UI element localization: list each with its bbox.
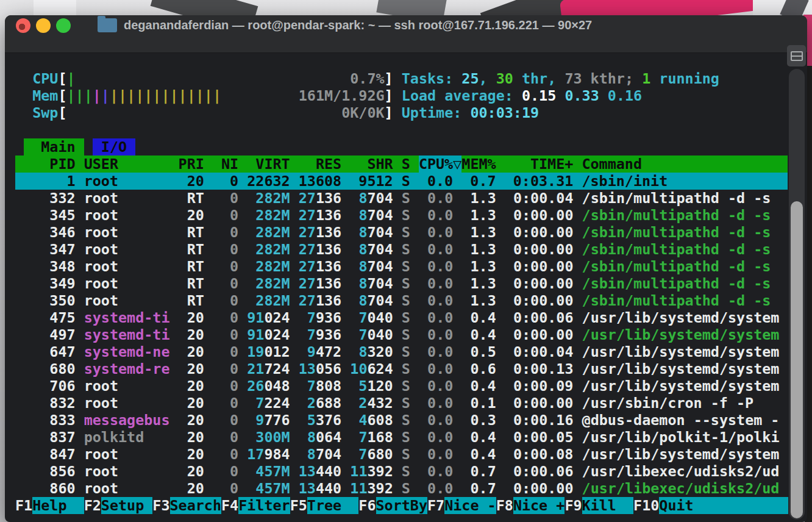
text-run: 0 <box>213 275 247 292</box>
text-run: , <box>479 70 496 87</box>
text-run: 27 <box>299 224 316 241</box>
swap-meter-label: Swp <box>32 104 58 121</box>
table-header[interactable]: PID USER PRI NI VIRT RES SHR S CPU%▽MEM%… <box>15 156 807 173</box>
text-run: S <box>393 377 419 395</box>
fkey-f9[interactable]: F9 <box>564 497 582 514</box>
fkey-f6-label[interactable]: SortBy <box>376 497 428 514</box>
text-run: 20 <box>179 360 213 377</box>
fkey-f3[interactable]: F3 <box>152 497 169 514</box>
text-run: /usr/lib/systemd/system <box>582 343 780 360</box>
fkey-f7-label[interactable]: Nice - <box>444 497 496 514</box>
text-run: 040 <box>367 326 393 343</box>
fkey-f3-label[interactable]: Search <box>170 497 222 514</box>
fkey-f8-label[interactable]: Nice + <box>513 497 565 514</box>
text-run: 0.5 <box>461 343 504 360</box>
mem-bar-cache: ||||||||||||| <box>110 87 221 104</box>
text-run: 11 <box>350 480 367 497</box>
text-run: 320 <box>367 343 393 360</box>
process-row-475[interactable]: 475 systemd-ti 20 0 91024 7936 7040 S 0.… <box>15 309 807 326</box>
process-row-647[interactable]: 647 systemd-ne 20 0 19012 9472 8320 S 0.… <box>15 343 807 360</box>
text-run: 26 <box>247 377 264 395</box>
text-run: 8 <box>358 190 367 207</box>
process-row-680[interactable]: 680 systemd-re 20 0 21724 13056 10624 S … <box>15 360 807 377</box>
process-row-346[interactable]: 346 root RT 0 282M 27136 8704 S 0.0 1.3 … <box>15 224 807 241</box>
process-row-332[interactable]: 332 root RT 0 282M 27136 8704 S 0.0 1.3 … <box>15 190 807 207</box>
text-run: 064 <box>316 429 358 446</box>
fkey-f7[interactable]: F7 <box>427 497 444 514</box>
text-run: /sbin/multipathd -d -s <box>582 224 771 241</box>
close-button[interactable] <box>16 18 30 33</box>
text-run: 8 <box>358 275 367 292</box>
text-run: 0.0 <box>419 190 461 207</box>
text-run: 136 <box>316 258 358 275</box>
text-run: systemd-ti <box>84 326 179 343</box>
mem-meter-line: Mem[|||||||||||||||||| 161M/1.92G] Load … <box>15 87 807 104</box>
header-columns-left[interactable]: PID USER PRI NI VIRT RES SHR S <box>15 156 419 173</box>
tab-io[interactable]: I/O <box>93 138 135 156</box>
text-run: 345 root 20 <box>15 207 213 224</box>
fkey-f1-label[interactable]: Help <box>32 497 84 514</box>
process-row-847[interactable]: 847 root 20 0 17984 8704 7680 S 0.0 0.4 … <box>15 446 807 463</box>
text-run: 847 root 20 <box>15 446 213 463</box>
split-pane-button[interactable] <box>787 45 806 66</box>
process-row-350[interactable]: 350 root RT 0 282M 27136 8704 S 0.0 1.3 … <box>15 292 807 309</box>
text-run: 624 <box>367 360 393 377</box>
text-run: 0.7 <box>461 463 504 480</box>
scrollbar-thumb[interactable] <box>791 201 803 518</box>
process-row-347[interactable]: 347 root RT 0 282M 27136 8704 S 0.0 1.3 … <box>15 241 807 258</box>
load-5min: 0.33 <box>564 87 599 104</box>
process-row-860[interactable]: 860 root 20 0 457M 13440 11392 S 0.0 0.7… <box>15 480 807 497</box>
text-run: S <box>393 207 419 224</box>
process-row-348[interactable]: 348 root RT 0 282M 27136 8704 S 0.0 1.3 … <box>15 258 807 275</box>
fkey-f10[interactable]: F10 <box>633 497 659 514</box>
text-run: S <box>393 446 419 463</box>
text-run: /usr/lib/systemd/system <box>582 360 780 377</box>
fkey-f1[interactable]: F1 <box>15 497 32 514</box>
process-row-497[interactable]: 497 systemd-ti 20 0 91024 7936 7040 S 0.… <box>15 326 807 343</box>
fkey-f2-label[interactable]: Setup <box>101 497 153 514</box>
text-run: 0 <box>213 258 247 275</box>
text-run: S <box>393 241 419 258</box>
swp-meter-line: Swp[ 0K/0K] Uptime: 00:03:19 <box>15 104 807 121</box>
text-run: 0.0 <box>419 480 461 497</box>
fkey-f4[interactable]: F4 <box>221 497 238 514</box>
fkey-f9-label[interactable]: Kill <box>582 497 634 514</box>
text-run: 0 <box>213 343 247 360</box>
tab-main[interactable]: Main <box>24 138 84 156</box>
text-run: 136 <box>316 190 358 207</box>
text-run: 8 <box>307 446 316 463</box>
fkey-f5-label[interactable]: Tree <box>307 497 359 514</box>
fkey-f10-label[interactable]: Quit <box>659 497 788 514</box>
text-run <box>15 70 32 87</box>
process-row-349[interactable]: 349 root RT 0 282M 27136 8704 S 0.0 1.3 … <box>15 275 807 292</box>
process-row-345[interactable]: 345 root 20 0 282M 27136 8704 S 0.0 1.3 … <box>15 207 807 224</box>
text-run: 27 <box>299 190 316 207</box>
process-row-832[interactable]: 832 root 20 0 7224 2688 2432 S 0.0 0.1 0… <box>15 395 807 412</box>
function-key-bar[interactable]: F1Help F2Setup F3SearchF4FilterF5Tree F6… <box>15 497 807 514</box>
minimize-button[interactable] <box>36 18 51 33</box>
mem-meter-label: Mem <box>32 87 58 104</box>
fkey-f4-label[interactable]: Filter <box>238 497 290 514</box>
text-run <box>290 292 299 309</box>
text-run: 0.4 <box>461 377 504 395</box>
zoom-button[interactable] <box>56 18 71 33</box>
window-titlebar[interactable]: deganandaferdian — root@pendar-spark: ~ … <box>5 15 807 53</box>
fkey-f5[interactable]: F5 <box>290 497 307 514</box>
process-row-833[interactable]: 833 messagebus 20 0 9776 5376 4608 S 0.0… <box>15 412 807 429</box>
text-run: 0 <box>213 429 247 446</box>
text-run: 704 <box>367 241 393 258</box>
process-row-856[interactable]: 856 root 20 0 457M 13440 11392 S 0.0 0.7… <box>15 463 807 480</box>
fkey-f2[interactable]: F2 <box>84 497 101 514</box>
sort-column-cpu[interactable]: CPU%▽ <box>419 156 461 173</box>
text-run <box>290 258 299 275</box>
text-run: /sbin/multipathd -d -s <box>582 190 771 207</box>
folder-icon <box>98 18 117 32</box>
process-row-706[interactable]: 706 root 20 0 26048 7808 5120 S 0.0 0.4 … <box>15 377 807 395</box>
fkey-f8[interactable]: F8 <box>496 497 513 514</box>
text-run: 332 root RT <box>15 190 213 207</box>
header-columns-right[interactable]: MEM% TIME+ Command <box>461 156 788 173</box>
fkey-f6[interactable]: F6 <box>358 497 376 514</box>
text-run: 0:00.00 <box>505 258 582 275</box>
process-row-1-selected[interactable]: 1 root 20 0 22632 13608 9512 S 0.0 0.7 0… <box>15 173 807 190</box>
process-row-837[interactable]: 837 polkitd 20 0 300M 8064 7168 S 0.0 0.… <box>15 429 807 446</box>
